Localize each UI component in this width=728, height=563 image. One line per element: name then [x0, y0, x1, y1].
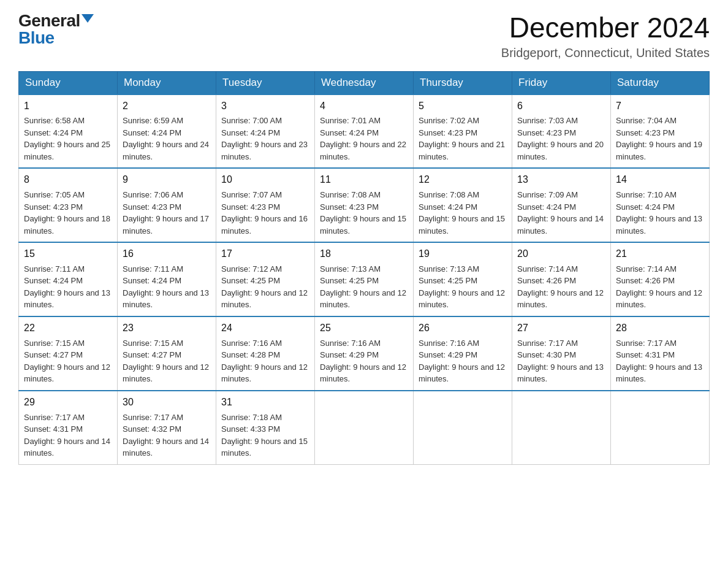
day-number: 14: [616, 172, 704, 188]
day-info: Sunrise: 7:15 AMSunset: 4:27 PMDaylight:…: [123, 337, 211, 385]
day-number: 11: [320, 172, 408, 188]
col-header-thursday: Thursday: [414, 71, 512, 94]
day-number: 31: [221, 395, 309, 410]
day-info: Sunrise: 7:12 AMSunset: 4:25 PMDaylight:…: [221, 263, 309, 311]
header-right: December 2024 Bridgeport, Connecticut, U…: [501, 12, 710, 60]
day-info: Sunrise: 7:17 AMSunset: 4:30 PMDaylight:…: [517, 337, 605, 385]
day-info: Sunrise: 7:07 AMSunset: 4:23 PMDaylight:…: [221, 189, 309, 237]
calendar-cell: 31Sunrise: 7:18 AMSunset: 4:33 PMDayligh…: [216, 391, 315, 464]
calendar-cell: 12Sunrise: 7:08 AMSunset: 4:24 PMDayligh…: [414, 168, 512, 242]
day-number: 25: [320, 321, 408, 336]
day-number: 18: [320, 247, 408, 262]
day-info: Sunrise: 7:09 AMSunset: 4:24 PMDaylight:…: [517, 189, 605, 237]
day-info: Sunrise: 7:08 AMSunset: 4:23 PMDaylight:…: [320, 189, 408, 237]
day-number: 20: [517, 247, 605, 262]
calendar-cell: 8Sunrise: 7:05 AMSunset: 4:23 PMDaylight…: [19, 168, 118, 242]
calendar-cell: 23Sunrise: 7:15 AMSunset: 4:27 PMDayligh…: [118, 316, 216, 391]
col-header-friday: Friday: [512, 71, 611, 94]
day-number: 28: [616, 321, 704, 336]
day-number: 16: [123, 247, 211, 262]
week-row-3: 15Sunrise: 7:11 AMSunset: 4:24 PMDayligh…: [19, 242, 710, 316]
day-number: 15: [24, 247, 112, 262]
day-number: 19: [419, 247, 507, 262]
day-info: Sunrise: 7:05 AMSunset: 4:23 PMDaylight:…: [24, 189, 112, 237]
col-header-saturday: Saturday: [611, 71, 710, 94]
calendar-cell: 21Sunrise: 7:14 AMSunset: 4:26 PMDayligh…: [611, 242, 710, 316]
day-number: 22: [24, 321, 112, 336]
day-number: 30: [123, 395, 211, 410]
day-number: 13: [517, 172, 605, 188]
calendar-cell: 22Sunrise: 7:15 AMSunset: 4:27 PMDayligh…: [19, 316, 118, 391]
calendar-cell: [512, 391, 611, 464]
col-header-monday: Monday: [118, 71, 216, 94]
col-header-wednesday: Wednesday: [315, 71, 414, 94]
day-info: Sunrise: 7:06 AMSunset: 4:23 PMDaylight:…: [123, 189, 211, 237]
calendar-cell: 27Sunrise: 7:17 AMSunset: 4:30 PMDayligh…: [512, 316, 611, 391]
calendar-cell: [315, 391, 414, 464]
calendar-cell: [414, 391, 512, 464]
calendar-cell: 28Sunrise: 7:17 AMSunset: 4:31 PMDayligh…: [611, 316, 710, 391]
calendar-cell: 13Sunrise: 7:09 AMSunset: 4:24 PMDayligh…: [512, 168, 611, 242]
day-info: Sunrise: 7:08 AMSunset: 4:24 PMDaylight:…: [419, 189, 507, 237]
day-info: Sunrise: 7:16 AMSunset: 4:29 PMDaylight:…: [320, 337, 408, 385]
calendar-header-row: SundayMondayTuesdayWednesdayThursdayFrid…: [19, 71, 710, 94]
day-info: Sunrise: 7:18 AMSunset: 4:33 PMDaylight:…: [221, 412, 309, 459]
calendar-cell: 30Sunrise: 7:17 AMSunset: 4:32 PMDayligh…: [118, 391, 216, 464]
calendar-cell: 19Sunrise: 7:13 AMSunset: 4:25 PMDayligh…: [414, 242, 512, 316]
day-number: 27: [517, 321, 605, 336]
day-info: Sunrise: 7:17 AMSunset: 4:31 PMDaylight:…: [24, 412, 112, 459]
calendar-cell: 18Sunrise: 7:13 AMSunset: 4:25 PMDayligh…: [315, 242, 414, 316]
calendar-cell: 10Sunrise: 7:07 AMSunset: 4:23 PMDayligh…: [216, 168, 315, 242]
calendar-table: SundayMondayTuesdayWednesdayThursdayFrid…: [18, 71, 710, 465]
day-number: 3: [221, 99, 309, 114]
calendar-cell: 24Sunrise: 7:16 AMSunset: 4:28 PMDayligh…: [216, 316, 315, 391]
page-header: General Blue December 2024 Bridgeport, C…: [18, 12, 710, 60]
day-info: Sunrise: 7:15 AMSunset: 4:27 PMDaylight:…: [24, 337, 112, 385]
day-number: 6: [517, 99, 605, 114]
day-number: 5: [419, 99, 507, 114]
calendar-cell: 4Sunrise: 7:01 AMSunset: 4:24 PMDaylight…: [315, 94, 414, 169]
calendar-cell: 6Sunrise: 7:03 AMSunset: 4:23 PMDaylight…: [512, 94, 611, 169]
day-info: Sunrise: 7:17 AMSunset: 4:32 PMDaylight:…: [123, 412, 211, 459]
day-number: 10: [221, 172, 309, 188]
day-info: Sunrise: 7:14 AMSunset: 4:26 PMDaylight:…: [616, 263, 704, 311]
logo-triangle-icon: [82, 14, 94, 23]
calendar-cell: 9Sunrise: 7:06 AMSunset: 4:23 PMDaylight…: [118, 168, 216, 242]
day-number: 12: [419, 172, 507, 188]
day-info: Sunrise: 7:11 AMSunset: 4:24 PMDaylight:…: [123, 263, 211, 311]
day-number: 2: [123, 99, 211, 114]
day-info: Sunrise: 7:16 AMSunset: 4:29 PMDaylight:…: [419, 337, 507, 385]
calendar-cell: 7Sunrise: 7:04 AMSunset: 4:23 PMDaylight…: [611, 94, 710, 169]
day-info: Sunrise: 7:17 AMSunset: 4:31 PMDaylight:…: [616, 337, 704, 385]
day-info: Sunrise: 7:11 AMSunset: 4:24 PMDaylight:…: [24, 263, 112, 311]
calendar-cell: [611, 391, 710, 464]
day-number: 9: [123, 172, 211, 188]
calendar-cell: 17Sunrise: 7:12 AMSunset: 4:25 PMDayligh…: [216, 242, 315, 316]
location-subtitle: Bridgeport, Connecticut, United States: [501, 46, 710, 60]
day-info: Sunrise: 7:03 AMSunset: 4:23 PMDaylight:…: [517, 115, 605, 163]
day-info: Sunrise: 7:13 AMSunset: 4:25 PMDaylight:…: [419, 263, 507, 311]
calendar-cell: 25Sunrise: 7:16 AMSunset: 4:29 PMDayligh…: [315, 316, 414, 391]
day-number: 23: [123, 321, 211, 336]
col-header-sunday: Sunday: [19, 71, 118, 94]
col-header-tuesday: Tuesday: [216, 71, 315, 94]
week-row-4: 22Sunrise: 7:15 AMSunset: 4:27 PMDayligh…: [19, 316, 710, 391]
day-number: 21: [616, 247, 704, 262]
day-info: Sunrise: 7:01 AMSunset: 4:24 PMDaylight:…: [320, 115, 408, 163]
calendar-cell: 11Sunrise: 7:08 AMSunset: 4:23 PMDayligh…: [315, 168, 414, 242]
day-info: Sunrise: 7:02 AMSunset: 4:23 PMDaylight:…: [419, 115, 507, 163]
day-number: 1: [24, 99, 112, 114]
day-info: Sunrise: 7:00 AMSunset: 4:24 PMDaylight:…: [221, 115, 309, 163]
week-row-5: 29Sunrise: 7:17 AMSunset: 4:31 PMDayligh…: [19, 391, 710, 464]
calendar-cell: 2Sunrise: 6:59 AMSunset: 4:24 PMDaylight…: [118, 94, 216, 169]
month-year-title: December 2024: [501, 12, 710, 44]
day-info: Sunrise: 7:04 AMSunset: 4:23 PMDaylight:…: [616, 115, 704, 163]
logo-general-text: General: [18, 12, 80, 29]
calendar-cell: 15Sunrise: 7:11 AMSunset: 4:24 PMDayligh…: [19, 242, 118, 316]
calendar-cell: 3Sunrise: 7:00 AMSunset: 4:24 PMDaylight…: [216, 94, 315, 169]
day-number: 29: [24, 395, 112, 410]
day-number: 26: [419, 321, 507, 336]
calendar-cell: 26Sunrise: 7:16 AMSunset: 4:29 PMDayligh…: [414, 316, 512, 391]
day-number: 17: [221, 247, 309, 262]
calendar-cell: 20Sunrise: 7:14 AMSunset: 4:26 PMDayligh…: [512, 242, 611, 316]
